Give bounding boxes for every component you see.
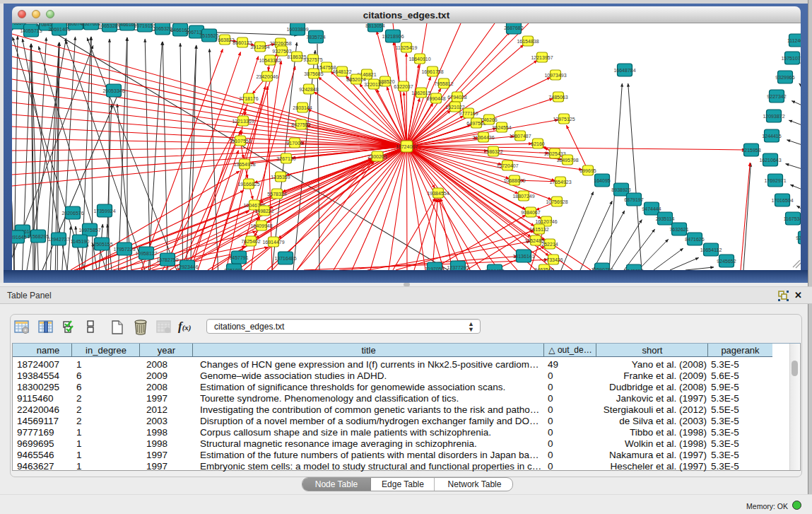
- svg-text:9227342: 9227342: [767, 94, 786, 99]
- svg-text:20206576: 20206576: [61, 211, 83, 216]
- svg-text:12213369: 12213369: [232, 119, 254, 124]
- svg-text:9463546: 9463546: [534, 267, 553, 271]
- svg-text:19218906: 19218906: [382, 34, 404, 39]
- svg-text:1498222: 1498222: [254, 209, 273, 214]
- svg-text:9245082: 9245082: [796, 235, 801, 240]
- svg-text:7986322: 7986322: [483, 149, 502, 154]
- svg-text:2935114: 2935114: [656, 216, 675, 221]
- svg-text:1145190: 1145190: [71, 239, 90, 244]
- svg-text:12923446: 12923446: [176, 264, 198, 269]
- svg-text:26053346: 26053346: [102, 88, 124, 93]
- svg-text:19384554: 19384554: [427, 191, 449, 196]
- svg-text:16120746: 16120746: [535, 219, 557, 224]
- svg-text:8813054: 8813054: [365, 23, 384, 28]
- svg-text:16210643: 16210643: [759, 158, 781, 163]
- svg-text:6879197: 6879197: [624, 197, 643, 202]
- svg-text:10543382: 10543382: [259, 58, 281, 63]
- svg-text:1733426: 1733426: [543, 257, 563, 262]
- svg-text:9327503: 9327503: [272, 49, 291, 54]
- svg-text:1112467: 1112467: [787, 38, 801, 43]
- svg-text:16033809: 16033809: [286, 27, 308, 32]
- svg-text:10654112: 10654112: [700, 247, 722, 252]
- svg-text:9245052: 9245052: [624, 269, 643, 271]
- svg-text:17016504: 17016504: [771, 198, 793, 203]
- svg-text:9084067: 9084067: [521, 210, 540, 215]
- svg-text:1335359: 1335359: [271, 175, 290, 180]
- svg-text:1362615: 1362615: [411, 90, 430, 95]
- svg-text:9251804: 9251804: [224, 268, 243, 271]
- svg-text:17654923: 17654923: [549, 180, 571, 185]
- svg-text:19166825: 19166825: [237, 182, 259, 187]
- svg-text:11568295: 11568295: [28, 234, 49, 239]
- svg-text:8427552: 8427552: [291, 122, 310, 127]
- svg-text:3912954: 3912954: [250, 45, 269, 49]
- svg-text:1065328: 1065328: [153, 26, 172, 31]
- svg-text:252214: 252214: [541, 242, 558, 247]
- svg-text:9094428: 9094428: [485, 269, 504, 271]
- svg-text:1615132: 1615132: [529, 227, 548, 232]
- svg-text:3215958: 3215958: [741, 148, 760, 153]
- svg-text:12377295: 12377295: [447, 265, 469, 270]
- svg-text:8938923: 8938923: [611, 187, 630, 192]
- svg-text:11325419: 11325419: [396, 45, 418, 50]
- svg-text:10807487: 10807487: [509, 134, 531, 139]
- svg-text:18807249: 18807249: [512, 194, 534, 199]
- svg-text:62160: 62160: [531, 141, 545, 146]
- svg-text:7197058: 7197058: [425, 267, 444, 271]
- svg-text:14136141: 14136141: [512, 254, 534, 259]
- svg-text:746266: 746266: [481, 117, 497, 122]
- svg-text:16782759: 16782759: [156, 257, 178, 262]
- svg-text:7955812: 7955812: [434, 81, 453, 86]
- svg-text:9329966: 9329966: [775, 75, 794, 80]
- svg-text:699695: 699695: [579, 168, 596, 173]
- svg-text:1167534: 1167534: [784, 216, 801, 221]
- svg-text:17957223: 17957223: [113, 247, 135, 252]
- svg-text:6990448: 6990448: [426, 96, 445, 101]
- svg-text:6322037: 6322037: [394, 84, 413, 89]
- svg-text:10107553: 10107553: [229, 139, 251, 144]
- svg-text:18495798: 18495798: [556, 158, 578, 163]
- svg-text:15751074: 15751074: [781, 56, 801, 61]
- svg-text:1391645: 1391645: [12, 235, 27, 240]
- svg-text:15720407: 15720407: [496, 163, 518, 168]
- svg-text:9327575: 9327575: [303, 57, 322, 62]
- svg-text:9242848: 9242848: [299, 87, 318, 92]
- svg-text:3220137: 3220137: [364, 82, 383, 87]
- svg-text:1621022: 1621022: [445, 105, 464, 110]
- svg-text:12093872: 12093872: [763, 114, 784, 119]
- svg-text:16914479: 16914479: [262, 240, 284, 245]
- svg-text:6794028: 6794028: [447, 95, 466, 100]
- svg-text:8660123: 8660123: [233, 40, 252, 45]
- svg-text:917006: 917006: [286, 141, 302, 146]
- svg-text:2300203: 2300203: [367, 154, 387, 159]
- svg-text:12975125: 12975125: [553, 117, 575, 122]
- svg-text:13654918: 13654918: [233, 162, 255, 167]
- svg-text:7663822: 7663822: [215, 37, 234, 42]
- svg-text:16409948: 16409948: [250, 223, 272, 228]
- svg-text:9457791: 9457791: [229, 255, 248, 260]
- svg-text:10688609: 10688609: [503, 178, 525, 183]
- svg-text:23226058: 23226058: [269, 41, 291, 46]
- svg-text:9245652: 9245652: [717, 259, 736, 264]
- svg-text:3875685: 3875685: [304, 71, 323, 76]
- svg-text:2718176: 2718176: [239, 96, 258, 101]
- svg-text:21364436: 21364436: [472, 135, 494, 140]
- svg-text:18724007: 18724007: [396, 144, 418, 149]
- svg-text:10590780: 10590780: [591, 267, 613, 271]
- svg-text:1244415: 1244415: [762, 134, 781, 139]
- svg-text:4648122: 4648122: [332, 69, 351, 74]
- svg-text:7632621: 7632621: [669, 227, 688, 232]
- svg-text:3267130: 3267130: [276, 156, 295, 161]
- svg-text:12505155: 12505155: [90, 242, 112, 247]
- svg-text:20691406: 20691406: [48, 27, 70, 32]
- svg-text:12213957: 12213957: [531, 55, 553, 60]
- svg-text:17359924: 17359924: [93, 209, 115, 214]
- svg-text:16961758: 16961758: [421, 69, 443, 74]
- svg-text:16154838: 16154838: [517, 39, 539, 44]
- svg-text:8471626: 8471626: [685, 237, 704, 242]
- svg-text:17692971: 17692971: [764, 178, 786, 183]
- svg-text:2803144: 2803144: [293, 105, 312, 110]
- svg-text:13716485: 13716485: [274, 256, 296, 261]
- svg-text:3624554: 3624554: [492, 125, 511, 130]
- svg-text:10975857: 10975857: [78, 228, 100, 233]
